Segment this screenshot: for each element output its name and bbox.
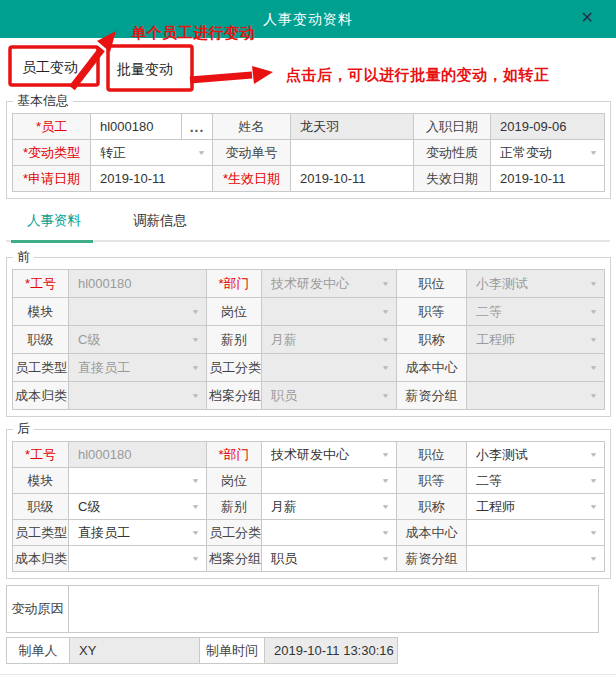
employee-field[interactable]: hl000180 ... xyxy=(91,114,213,140)
chevron-down-icon: ▼ xyxy=(381,364,390,372)
after-emp-type-label: 员工类型 xyxy=(13,520,69,546)
after-cost-center-select[interactable]: ▼ xyxy=(467,520,605,546)
active-tab-indicator xyxy=(11,240,93,243)
after-post-label: 岗位 xyxy=(207,468,262,494)
basic-info-legend: 基本信息 xyxy=(13,92,73,110)
before-module-label: 模块 xyxy=(13,298,69,326)
after-archive-group-select[interactable]: 职员▼ xyxy=(262,546,397,572)
chevron-down-icon: ▼ xyxy=(381,503,390,511)
basic-info-section: 基本信息 *员工 hl000180 ... 姓名 龙天羽 入职日期 2019-0… xyxy=(6,92,611,199)
before-cost-class-label: 成本归类 xyxy=(13,382,69,410)
name-label: 姓名 xyxy=(213,114,291,140)
tab-salary-adjust[interactable]: 调薪信息 xyxy=(128,212,192,240)
chevron-down-icon: ▼ xyxy=(589,280,598,288)
after-post-select[interactable]: ▼ xyxy=(262,468,397,494)
before-title-select: 工程师▼ xyxy=(467,326,605,354)
chevron-down-icon: ▼ xyxy=(589,149,598,157)
tab-underline xyxy=(6,240,610,242)
chevron-down-icon: ▼ xyxy=(589,336,598,344)
change-type-label: *变动类型 xyxy=(13,140,91,166)
before-emp-class-select: ▼ xyxy=(262,354,397,382)
chevron-down-icon: ▼ xyxy=(589,477,598,485)
before-archive-group-select: 职员▼ xyxy=(262,382,397,410)
after-grade-label: 职等 xyxy=(397,468,467,494)
after-emp-type-select[interactable]: 直接员工▼ xyxy=(69,520,207,546)
after-position-select[interactable]: 小李测试▼ xyxy=(467,442,605,468)
chevron-down-icon: ▼ xyxy=(589,555,598,563)
chevron-down-icon: ▼ xyxy=(191,392,200,400)
after-module-label: 模块 xyxy=(13,468,69,494)
expiry-date-field[interactable]: 2019-10-11 xyxy=(491,166,605,192)
maker-table: 制单人 XY 制单时间 2019-10-11 13:30:16 xyxy=(6,637,398,664)
apply-date-field[interactable]: 2019-10-11 xyxy=(91,166,213,192)
before-rank-select: C级▼ xyxy=(69,326,207,354)
after-rank-select[interactable]: C级▼ xyxy=(69,494,207,520)
chevron-down-icon: ▼ xyxy=(589,529,598,537)
after-position-label: 职位 xyxy=(397,442,467,468)
before-cost-center-select: ▼ xyxy=(467,354,605,382)
reason-textarea[interactable] xyxy=(69,586,599,633)
after-cost-class-label: 成本归类 xyxy=(13,546,69,572)
after-dept-select[interactable]: 技术研发中心▼ xyxy=(262,442,397,468)
employee-label: *员工 xyxy=(13,114,91,140)
change-type-select[interactable]: 转正▼ xyxy=(91,140,213,166)
expiry-date-label: 失效日期 xyxy=(414,166,491,192)
after-title-label: 职称 xyxy=(397,494,467,520)
before-position-select: 小李测试▼ xyxy=(467,270,605,298)
before-emp-no-label: *工号 xyxy=(13,270,69,298)
footer-divider xyxy=(0,674,616,675)
chevron-down-icon: ▼ xyxy=(589,503,598,511)
close-icon[interactable]: ✕ xyxy=(581,10,594,26)
name-field: 龙天羽 xyxy=(291,114,414,140)
tab-hr-data[interactable]: 人事资料 xyxy=(22,212,86,240)
after-emp-class-select[interactable]: ▼ xyxy=(262,520,397,546)
chevron-down-icon: ▼ xyxy=(381,280,390,288)
after-grade-select[interactable]: 二等▼ xyxy=(467,468,605,494)
after-cost-class-select[interactable]: ▼ xyxy=(69,546,207,572)
after-title-select[interactable]: 工程师▼ xyxy=(467,494,605,520)
effective-date-field[interactable]: 2019-10-11 xyxy=(291,166,414,192)
chevron-down-icon: ▼ xyxy=(381,308,390,316)
change-no-field[interactable] xyxy=(291,140,414,166)
after-emp-no-field: hl000180 xyxy=(69,442,207,468)
before-emp-class-label: 员工分类 xyxy=(207,354,262,382)
after-table: *工号 hl000180 *部门 技术研发中心▼ 职位 小李测试▼ 模块 ▼ 岗… xyxy=(12,441,605,572)
after-salary-group-label: 薪资分组 xyxy=(397,546,467,572)
after-module-select[interactable]: ▼ xyxy=(69,468,207,494)
before-salary-group-select: ▼ xyxy=(467,382,605,410)
tab-batch-change[interactable]: 批量变动 xyxy=(117,61,173,79)
after-salary-type-label: 薪别 xyxy=(207,494,262,520)
before-archive-group-label: 档案分组 xyxy=(207,382,262,410)
before-grade-select: 二等▼ xyxy=(467,298,605,326)
before-post-select: ▼ xyxy=(262,298,397,326)
chevron-down-icon: ▼ xyxy=(191,308,200,316)
chevron-down-icon: ▼ xyxy=(381,336,390,344)
chevron-down-icon: ▼ xyxy=(197,149,206,157)
employee-lookup-button[interactable]: ... xyxy=(181,114,212,139)
before-dept-select: 技术研发中心▼ xyxy=(262,270,397,298)
before-position-label: 职位 xyxy=(397,270,467,298)
chevron-down-icon: ▼ xyxy=(381,451,390,459)
tab-employee-change[interactable]: 员工变动 xyxy=(22,59,78,77)
maker-value: XY xyxy=(70,638,200,664)
detail-tab-strip: 人事资料 调薪信息 xyxy=(6,212,610,242)
after-salary-type-select[interactable]: 月薪▼ xyxy=(262,494,397,520)
change-no-label: 变动单号 xyxy=(213,140,291,166)
before-cost-center-label: 成本中心 xyxy=(397,354,467,382)
before-title-label: 职称 xyxy=(397,326,467,354)
before-cost-class-select: ▼ xyxy=(69,382,207,410)
before-emp-no-field: hl000180 xyxy=(69,270,207,298)
before-post-label: 岗位 xyxy=(207,298,262,326)
after-salary-group-select[interactable]: ▼ xyxy=(467,546,605,572)
chevron-down-icon: ▼ xyxy=(191,555,200,563)
chevron-down-icon: ▼ xyxy=(381,529,390,537)
chevron-down-icon: ▼ xyxy=(191,529,200,537)
before-grade-label: 职等 xyxy=(397,298,467,326)
employee-value[interactable]: hl000180 xyxy=(100,119,181,134)
maker-time-value: 2019-10-11 13:30:16 xyxy=(265,638,398,664)
before-legend: 前 xyxy=(13,248,34,266)
chevron-down-icon: ▼ xyxy=(191,336,200,344)
effective-date-label: *生效日期 xyxy=(213,166,291,192)
change-nature-select[interactable]: 正常变动▼ xyxy=(491,140,605,166)
after-section: 后 *工号 hl000180 *部门 技术研发中心▼ 职位 小李测试▼ 模块 ▼… xyxy=(6,420,611,579)
